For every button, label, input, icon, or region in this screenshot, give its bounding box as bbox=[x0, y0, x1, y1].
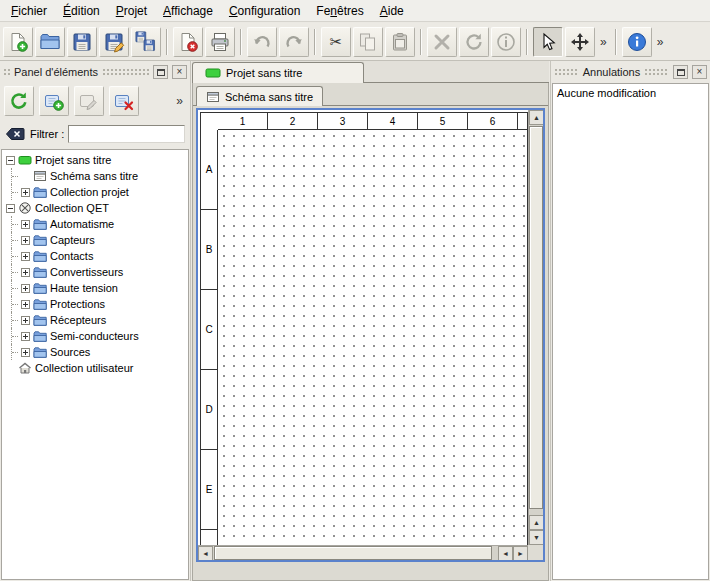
undo-dock-titlebar[interactable]: Annulations × bbox=[551, 63, 710, 81]
tab-projet-sans-titre[interactable]: Projet sans titre bbox=[192, 62, 364, 83]
new-document-button[interactable] bbox=[3, 27, 33, 57]
tree-item-protections[interactable]: Protections bbox=[2, 296, 188, 312]
reload-collections-button[interactable] bbox=[4, 86, 34, 116]
toolbar-separator bbox=[615, 29, 617, 55]
horizontal-scrollbar-thumb[interactable] bbox=[214, 546, 492, 560]
open-project-button[interactable] bbox=[35, 27, 65, 57]
tree-item-semi-conducteurs[interactable]: Semi-conducteurs bbox=[2, 328, 188, 344]
menu-fenetres[interactable]: Fenêtres bbox=[308, 1, 371, 21]
schema-view[interactable]: 1 2 3 4 5 6 A B C D E ▲ bbox=[196, 108, 545, 562]
move-icon bbox=[569, 31, 591, 53]
dock-float-button[interactable] bbox=[673, 65, 688, 79]
expand-icon[interactable] bbox=[21, 284, 30, 293]
tree-item-recepteurs[interactable]: Récepteurs bbox=[2, 312, 188, 328]
menu-configuration[interactable]: Configuration bbox=[221, 1, 308, 21]
expand-icon[interactable] bbox=[21, 220, 30, 229]
close-file-button[interactable] bbox=[173, 27, 203, 57]
save-all-icon bbox=[135, 31, 157, 53]
tree-item-contacts[interactable]: Contacts bbox=[2, 248, 188, 264]
elements-panel-titlebar[interactable]: Panel d'éléments × bbox=[0, 63, 190, 81]
edit-element-button[interactable] bbox=[74, 86, 104, 116]
project-icon bbox=[18, 153, 32, 167]
menu-bar: Fichier Édition Projet Affichage Configu… bbox=[0, 0, 710, 22]
menu-projet[interactable]: Projet bbox=[108, 1, 155, 21]
tree-guide bbox=[6, 344, 18, 360]
tree-item-label: Collection projet bbox=[50, 186, 129, 198]
toolbar-separator bbox=[240, 29, 242, 55]
scroll-up-button[interactable]: ▲ bbox=[529, 110, 544, 125]
row-header: A bbox=[201, 130, 217, 210]
dock-grip bbox=[102, 68, 149, 77]
vertical-scrollbar-thumb[interactable] bbox=[529, 126, 543, 509]
clear-filter-icon[interactable] bbox=[5, 126, 26, 142]
horizontal-scrollbar[interactable]: ◄ ◄ ► bbox=[198, 545, 528, 560]
menu-aide[interactable]: Aide bbox=[372, 1, 412, 21]
grid-dots-canvas[interactable] bbox=[219, 131, 527, 562]
toolbar-overflow-button[interactable]: » bbox=[597, 35, 610, 49]
toolbar-overflow-button[interactable]: » bbox=[654, 35, 667, 49]
tree-item-collection-utilisateur[interactable]: Collection utilisateur bbox=[2, 360, 188, 376]
dock-close-button[interactable]: × bbox=[692, 65, 707, 79]
dock-close-button[interactable]: × bbox=[172, 65, 187, 79]
filter-input[interactable] bbox=[68, 125, 185, 143]
panel-overflow-button[interactable]: » bbox=[173, 94, 186, 108]
undo-history-list[interactable]: Aucune modification bbox=[552, 83, 709, 580]
tree-item-convertisseurs[interactable]: Convertisseurs bbox=[2, 264, 188, 280]
paste-button[interactable] bbox=[385, 27, 415, 57]
scroll-up-button[interactable]: ▲ bbox=[529, 515, 544, 530]
tree-item-automatisme[interactable]: Automatisme bbox=[2, 216, 188, 232]
expand-icon[interactable] bbox=[21, 252, 30, 261]
dock-title: Panel d'éléments bbox=[14, 66, 98, 78]
scroll-left-icon: ◄ bbox=[502, 550, 509, 557]
menu-edition[interactable]: Édition bbox=[55, 1, 108, 21]
expand-icon[interactable] bbox=[21, 316, 30, 325]
redo-button[interactable] bbox=[279, 27, 309, 57]
menu-fichier[interactable]: Fichier bbox=[3, 1, 55, 21]
tree-item-capteurs[interactable]: Capteurs bbox=[2, 232, 188, 248]
scroll-right-button[interactable]: ► bbox=[513, 546, 528, 561]
expand-icon[interactable] bbox=[21, 300, 30, 309]
expand-icon[interactable] bbox=[21, 188, 30, 197]
move-tool-button[interactable] bbox=[565, 27, 595, 57]
tree-item-label: Convertisseurs bbox=[50, 266, 123, 278]
vertical-scrollbar[interactable]: ▲ ▲ ▼ bbox=[528, 110, 543, 545]
expand-icon[interactable] bbox=[21, 332, 30, 341]
filter-row: Filtrer : bbox=[0, 121, 190, 147]
tree-item-projet-sans-titre[interactable]: Projet sans titre bbox=[2, 152, 188, 168]
copy-button[interactable] bbox=[353, 27, 383, 57]
collapse-icon[interactable] bbox=[6, 156, 15, 165]
tree-item-schema-sans-titre[interactable]: Schéma sans titre bbox=[2, 168, 188, 184]
undo-button[interactable] bbox=[247, 27, 277, 57]
save-button[interactable] bbox=[67, 27, 97, 57]
new-element-button[interactable] bbox=[39, 86, 69, 116]
save-as-button[interactable] bbox=[99, 27, 129, 57]
select-tool-button[interactable] bbox=[533, 27, 563, 57]
collapse-icon[interactable] bbox=[6, 204, 15, 213]
scroll-down-button[interactable]: ▼ bbox=[529, 530, 544, 545]
expand-icon[interactable] bbox=[21, 236, 30, 245]
print-button[interactable] bbox=[205, 27, 235, 57]
schema-paper[interactable]: 1 2 3 4 5 6 A B C D E bbox=[200, 112, 528, 562]
tree-item-sources[interactable]: Sources bbox=[2, 344, 188, 360]
delete-element-button[interactable] bbox=[109, 86, 139, 116]
tree-item-collection-qet[interactable]: Collection QET bbox=[2, 200, 188, 216]
tree-item-label: Collection utilisateur bbox=[35, 362, 133, 374]
tree-item-haute-tension[interactable]: Haute tension bbox=[2, 280, 188, 296]
scroll-left-button[interactable]: ◄ bbox=[198, 546, 213, 561]
delete-button[interactable] bbox=[427, 27, 457, 57]
tree-guide bbox=[6, 264, 18, 280]
cut-button[interactable]: ✂ bbox=[321, 27, 351, 57]
save-all-button[interactable] bbox=[131, 27, 161, 57]
tree-item-collection-projet[interactable]: Collection projet bbox=[2, 184, 188, 200]
about-button[interactable] bbox=[622, 27, 652, 57]
dock-float-button[interactable] bbox=[153, 65, 168, 79]
rotate-button[interactable] bbox=[459, 27, 489, 57]
folder-icon bbox=[33, 249, 47, 263]
column-header: 4 bbox=[368, 113, 418, 129]
tab-schema-sans-titre[interactable]: Schéma sans titre bbox=[196, 86, 323, 106]
expand-icon[interactable] bbox=[21, 268, 30, 277]
scroll-left-button[interactable]: ◄ bbox=[498, 546, 513, 561]
menu-affichage[interactable]: Affichage bbox=[155, 1, 221, 21]
info-button[interactable] bbox=[491, 27, 521, 57]
expand-icon[interactable] bbox=[21, 348, 30, 357]
